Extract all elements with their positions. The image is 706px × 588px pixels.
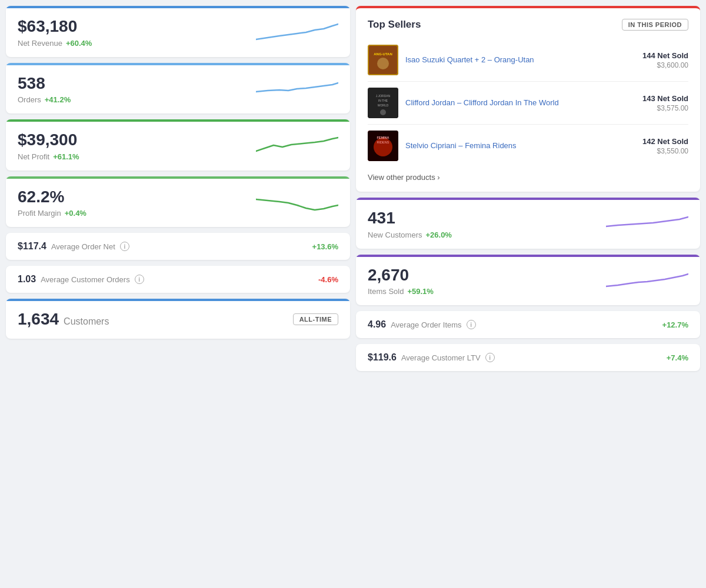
seller-info: Stelvio Cipriani – Femina Ridens xyxy=(405,141,635,151)
avg-order-net-value: $117.4 xyxy=(18,241,46,252)
customers-label: Customers xyxy=(64,316,109,327)
net-revenue-label: Net Revenue xyxy=(18,39,62,48)
items-sold-value: 2,670 xyxy=(368,265,606,285)
avg-order-items-value: 4.96 xyxy=(368,319,386,330)
profit-margin-badge: +0.4% xyxy=(65,209,86,218)
seller-info: Isao Suzuki Quartet + 2 – Orang-Utan xyxy=(405,55,635,65)
net-revenue-badge: +60.4% xyxy=(66,39,92,48)
avg-order-items-info: 4.96 Average Order Items i xyxy=(368,319,476,330)
top-sellers-title: Top Sellers xyxy=(368,19,421,31)
seller-name[interactable]: Isao Suzuki Quartet + 2 – Orang-Utan xyxy=(405,55,635,65)
net-revenue-bar xyxy=(6,6,350,8)
avg-order-net-card: $117.4 Average Order Net i +13.6% xyxy=(6,233,350,260)
orders-badge: +41.2% xyxy=(45,95,71,104)
net-profit-value: $39,300 xyxy=(18,130,256,150)
seller-row: J.JORDANIN THEWORLDClifford Jordan – Cli… xyxy=(368,82,688,125)
orders-bar xyxy=(6,63,350,65)
items-sold-label: Items Sold xyxy=(368,287,404,296)
avg-customer-orders-info: 1.03 Average Customer Orders i xyxy=(18,274,144,285)
new-customers-badge: +26.0% xyxy=(425,230,451,239)
avg-order-items-label: Average Order Items xyxy=(391,320,461,329)
seller-thumb: FEMINARIDENS xyxy=(368,131,398,161)
seller-net-sold: 142 Net Sold xyxy=(642,137,688,146)
new-customers-bar xyxy=(356,198,700,200)
avg-order-net-label: Average Order Net xyxy=(51,242,115,251)
net-profit-label: Net Profit xyxy=(18,152,49,161)
profit-margin-value: 62.2% xyxy=(18,187,256,207)
avg-customer-orders-card: 1.03 Average Customer Orders i -4.6% xyxy=(6,266,350,293)
seller-revenue: $3,600.00 xyxy=(642,61,688,69)
items-sold-badge: +59.1% xyxy=(407,287,433,296)
seller-stats: 142 Net Sold$3,550.00 xyxy=(642,137,688,155)
svg-text:J.JORDAN: J.JORDAN xyxy=(376,94,391,98)
avg-customer-orders-info-icon[interactable]: i xyxy=(135,275,144,284)
profit-margin-label: Profit Margin xyxy=(18,209,61,218)
orders-sparkline xyxy=(256,74,338,103)
new-customers-card: 431 New Customers +26.0% xyxy=(356,198,700,249)
profit-margin-bar xyxy=(6,176,350,179)
avg-customer-ltv-value: $119.6 xyxy=(368,352,397,363)
seller-revenue: $3,575.00 xyxy=(642,104,688,112)
seller-revenue: $3,550.00 xyxy=(642,147,688,155)
svg-point-8 xyxy=(380,109,386,115)
net-profit-bar xyxy=(6,119,350,122)
seller-stats: 144 Net Sold$3,600.00 xyxy=(642,51,688,69)
avg-customer-ltv-info-icon[interactable]: i xyxy=(485,353,495,362)
orders-label: Orders xyxy=(18,95,41,104)
top-sellers-card: Top Sellers IN THIS PERIOD ANG-UTANIsao … xyxy=(356,6,700,192)
seller-name[interactable]: Clifford Jordan – Clifford Jordan In The… xyxy=(405,98,635,108)
orders-card: 538 Orders +41.2% xyxy=(6,63,350,114)
svg-text:WORLD: WORLD xyxy=(378,103,389,107)
net-revenue-card: $63,180 Net Revenue +60.4% xyxy=(6,6,350,57)
avg-customer-ltv-badge: +7.4% xyxy=(667,353,688,362)
new-customers-sparkline xyxy=(606,209,688,238)
svg-text:FEMINA: FEMINA xyxy=(377,136,389,139)
profit-margin-card: 62.2% Profit Margin +0.4% xyxy=(6,176,350,228)
seller-info: Clifford Jordan – Clifford Jordan In The… xyxy=(405,98,635,108)
seller-name[interactable]: Stelvio Cipriani – Femina Ridens xyxy=(405,141,635,151)
avg-order-net-info: $117.4 Average Order Net i xyxy=(18,241,129,252)
customers-all-time-badge: ALL-TIME xyxy=(293,313,338,325)
items-sold-card: 2,670 Items Sold +59.1% xyxy=(356,255,700,306)
seller-thumb: ANG-UTAN xyxy=(368,45,398,75)
new-customers-value: 431 xyxy=(368,208,606,228)
avg-order-items-badge: +12.7% xyxy=(662,320,688,329)
customers-card: 1,634 Customers ALL-TIME xyxy=(6,299,350,339)
avg-customer-orders-value: 1.03 xyxy=(18,274,36,285)
orders-value: 538 xyxy=(18,74,256,93)
avg-customer-orders-badge: -4.6% xyxy=(318,275,338,284)
items-sold-bar xyxy=(356,255,700,257)
items-sold-sparkline xyxy=(606,266,688,295)
seller-row: ANG-UTANIsao Suzuki Quartet + 2 – Orang-… xyxy=(368,39,688,82)
in-this-period-badge[interactable]: IN THIS PERIOD xyxy=(622,19,688,31)
seller-rows-container: ANG-UTANIsao Suzuki Quartet + 2 – Orang-… xyxy=(368,39,688,167)
customers-value: 1,634 xyxy=(18,309,59,329)
avg-order-items-card: 4.96 Average Order Items i +12.7% xyxy=(356,311,700,338)
net-revenue-sparkline xyxy=(256,17,338,46)
avg-customer-ltv-info: $119.6 Average Customer LTV i xyxy=(368,352,495,363)
svg-point-3 xyxy=(377,58,389,69)
seller-row: FEMINARIDENSStelvio Cipriani – Femina Ri… xyxy=(368,125,688,167)
seller-thumb: J.JORDANIN THEWORLD xyxy=(368,88,398,118)
avg-order-net-info-icon[interactable]: i xyxy=(120,242,129,251)
top-sellers-header: Top Sellers IN THIS PERIOD xyxy=(368,19,688,31)
customers-bar xyxy=(6,299,350,301)
net-revenue-value: $63,180 xyxy=(18,16,256,36)
avg-customer-orders-label: Average Customer Orders xyxy=(41,275,130,284)
avg-order-net-badge: +13.6% xyxy=(312,242,338,251)
svg-text:ANG-UTAN: ANG-UTAN xyxy=(374,52,392,56)
seller-net-sold: 144 Net Sold xyxy=(642,51,688,60)
seller-net-sold: 143 Net Sold xyxy=(642,94,688,103)
avg-order-items-info-icon[interactable]: i xyxy=(467,320,476,329)
svg-text:RIDENS: RIDENS xyxy=(377,141,389,144)
avg-customer-ltv-label: Average Customer LTV xyxy=(401,353,481,362)
seller-stats: 143 Net Sold$3,575.00 xyxy=(642,94,688,112)
net-profit-badge: +61.1% xyxy=(53,152,79,161)
net-profit-card: $39,300 Net Profit +61.1% xyxy=(6,119,350,171)
svg-text:IN THE: IN THE xyxy=(378,99,388,102)
avg-customer-ltv-card: $119.6 Average Customer LTV i +7.4% xyxy=(356,344,700,371)
profit-margin-sparkline xyxy=(256,188,338,217)
view-other-products-link[interactable]: View other products › xyxy=(368,173,440,182)
net-profit-sparkline xyxy=(256,131,338,160)
new-customers-label: New Customers xyxy=(368,230,422,239)
